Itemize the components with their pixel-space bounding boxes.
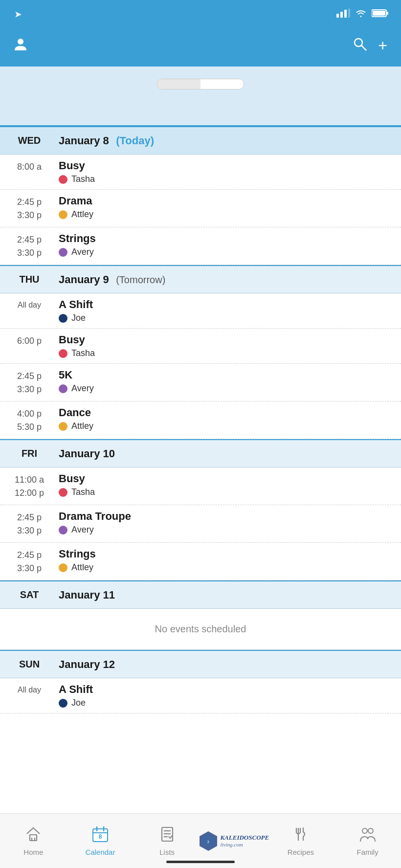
event-content: A Shift Joe — [59, 683, 401, 708]
event-title: Drama Troupe — [59, 510, 393, 523]
header-right: + — [353, 37, 387, 55]
event-time: All day — [0, 298, 59, 311]
event-content: A Shift Joe — [59, 298, 401, 323]
nav-label: Home — [23, 848, 43, 856]
today-label: (Today) — [116, 134, 154, 147]
person-name: Tasha — [71, 174, 95, 184]
add-icon[interactable]: + — [378, 37, 387, 55]
svg-point-8 — [355, 39, 362, 46]
nav-item-lists[interactable]: Lists — [140, 826, 194, 856]
toggle-bar — [0, 67, 401, 102]
person-icon — [14, 37, 27, 54]
event-content: Strings Avery — [59, 232, 401, 257]
nav-label: Calendar — [86, 848, 115, 856]
svg-line-9 — [361, 45, 366, 50]
event-row[interactable]: 2:45 p3:30 p Strings Avery — [0, 227, 401, 265]
person-dot — [59, 175, 67, 184]
view-past-events[interactable] — [0, 102, 401, 126]
event-title: Busy — [59, 334, 393, 346]
event-row[interactable]: 2:45 p3:30 p Drama Attley — [0, 190, 401, 227]
header-left[interactable] — [14, 37, 31, 54]
svg-point-7 — [18, 39, 23, 45]
event-content: Busy Tasha — [59, 334, 401, 358]
kaleidoscope-logo: k KALEIDOSCOPE living.com — [207, 830, 261, 852]
svg-point-28 — [362, 828, 367, 833]
wifi-icon — [355, 9, 367, 20]
event-time: 2:45 p3:30 p — [0, 510, 59, 537]
svg-rect-6 — [373, 11, 385, 16]
event-row[interactable]: All day A Shift Joe — [0, 678, 401, 713]
event-title: A Shift — [59, 298, 393, 311]
day-dow: THU — [0, 274, 59, 285]
event-time: All day — [0, 683, 59, 696]
event-row[interactable]: 2:45 p3:30 p Strings Attley — [0, 543, 401, 580]
nav-item-calendar[interactable]: 8 Calendar — [73, 826, 127, 856]
event-time: 4:00 p5:30 p — [0, 406, 59, 434]
event-person: Attley — [59, 209, 393, 220]
event-content: Drama Troupe Avery — [59, 510, 401, 535]
person-name: Attley — [71, 209, 93, 220]
nav-label: Lists — [159, 848, 175, 856]
svg-rect-2 — [344, 10, 347, 18]
person-name: Avery — [71, 247, 94, 257]
person-name: Tasha — [71, 348, 95, 358]
month-tab[interactable] — [200, 79, 244, 89]
person-name: Attley — [71, 421, 93, 431]
nav-item-family[interactable]: Family — [341, 826, 395, 856]
day-date-full: January 12 — [59, 658, 115, 671]
agenda-tab[interactable] — [157, 79, 200, 89]
event-time: 2:45 p3:30 p — [0, 369, 59, 396]
person-dot — [59, 248, 67, 257]
person-name: Joe — [71, 698, 86, 708]
svg-rect-1 — [340, 12, 343, 18]
event-person: Attley — [59, 562, 393, 573]
day-date: January 10 — [59, 447, 115, 460]
event-time: 2:45 p3:30 p — [0, 232, 59, 260]
lists-icon — [159, 826, 176, 846]
person-name: Avery — [71, 383, 94, 394]
event-content: Busy Tasha — [59, 159, 401, 184]
person-dot — [59, 349, 67, 358]
nav-item-home[interactable]: Home — [6, 826, 60, 856]
event-row[interactable]: 6:00 p Busy Tasha — [0, 329, 401, 364]
search-icon[interactable] — [353, 37, 367, 55]
person-dot — [59, 210, 67, 219]
day-date-full: January 9 (Tomorrow) — [59, 273, 165, 286]
person-name: Tasha — [71, 487, 95, 497]
event-row[interactable]: 4:00 p5:30 p Dance Attley — [0, 401, 401, 439]
event-person: Tasha — [59, 174, 393, 184]
no-events: No events scheduled — [0, 609, 401, 650]
day-date-full: January 10 — [59, 447, 115, 460]
nav-item-recipes[interactable]: Recipes — [274, 826, 328, 856]
day-date: January 9 — [59, 273, 109, 286]
event-row[interactable]: 8:00 a Busy Tasha — [0, 155, 401, 190]
event-person: Avery — [59, 247, 393, 257]
event-time: 8:00 a — [0, 159, 59, 174]
event-person: Tasha — [59, 348, 393, 358]
day-date: January 8 — [59, 134, 109, 147]
event-row[interactable]: All day A Shift Joe — [0, 293, 401, 329]
svg-text:8: 8 — [99, 833, 102, 840]
day-dow: SUN — [0, 659, 59, 670]
event-content: Busy Tasha — [59, 472, 401, 497]
status-time: ➤ — [12, 10, 21, 19]
event-title: Strings — [59, 548, 393, 560]
event-title: Drama — [59, 195, 393, 207]
day-dow: WED — [0, 135, 59, 146]
event-row[interactable]: 11:00 a12:00 p Busy Tasha — [0, 467, 401, 505]
svg-rect-0 — [336, 14, 339, 18]
event-person: Joe — [59, 313, 393, 323]
view-toggle[interactable] — [157, 79, 244, 89]
event-person: Avery — [59, 525, 393, 535]
event-title: Dance — [59, 406, 393, 419]
event-row[interactable]: 2:45 p3:30 p 5K Avery — [0, 364, 401, 401]
person-dot — [59, 422, 67, 431]
event-person: Tasha — [59, 487, 393, 497]
event-content: Strings Attley — [59, 548, 401, 573]
tomorrow-label: (Tomorrow) — [116, 274, 165, 285]
bottom-nav: Home 8 Calendar — [0, 813, 401, 868]
svg-rect-10 — [30, 835, 37, 841]
recipes-icon — [292, 826, 309, 846]
event-title: Strings — [59, 232, 393, 245]
event-row[interactable]: 2:45 p3:30 p Drama Troupe Avery — [0, 505, 401, 543]
